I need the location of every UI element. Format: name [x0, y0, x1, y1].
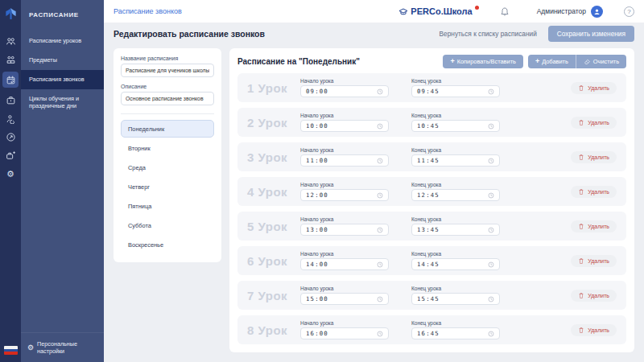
personal-settings-button[interactable]: ⚙ Персональные настройки: [21, 332, 104, 362]
day-item[interactable]: Понедельник: [121, 120, 214, 138]
add-clear-button-group: + Добавить Очистить: [528, 55, 626, 68]
back-to-list-link[interactable]: Вернуться к списку расписаний: [440, 30, 537, 38]
schedule-calendar-icon[interactable]: [2, 72, 19, 88]
user-name: Администратор: [537, 7, 586, 15]
delete-label: Удалить: [588, 85, 609, 91]
trash-icon: [578, 327, 584, 334]
end-time-input[interactable]: 11:45: [411, 154, 500, 167]
delete-lesson-button[interactable]: Удалить: [571, 255, 617, 267]
end-time-input[interactable]: 10:45: [411, 120, 500, 132]
schedule-form-panel: Название расписания Описание Понедельник…: [114, 48, 221, 262]
save-button[interactable]: Сохранить изменения: [548, 26, 634, 42]
delete-label: Удалить: [588, 154, 609, 160]
sidebar-item[interactable]: Расписание уроков: [21, 31, 104, 51]
badge-icon[interactable]: [2, 93, 19, 106]
end-time-input[interactable]: 15:45: [411, 293, 500, 305]
start-time-label: Начало урока: [300, 216, 389, 222]
day-schedule-panel: Расписание на "Понедельник" + Копировать…: [229, 48, 634, 352]
user-clock-icon[interactable]: [2, 112, 19, 125]
sidebar-items: Расписание уроковПредметыРасписания звон…: [21, 31, 104, 116]
lesson-rows: 1 Урок Начало урока 09:00 Конец урока 09…: [237, 73, 626, 344]
end-time-label: Конец урока: [411, 251, 500, 257]
day-item[interactable]: Четверг: [121, 178, 214, 195]
action-bar: Редактировать расписание звонков Вернуть…: [104, 23, 644, 44]
clock-icon: [488, 158, 494, 164]
lesson-number: 1 Урок: [247, 81, 300, 95]
day-item[interactable]: Пятница: [121, 197, 214, 215]
copy-paste-button[interactable]: + Копировать/Вставить: [443, 55, 522, 68]
lesson-number: 6 Урок: [247, 254, 300, 268]
bell-icon[interactable]: [500, 6, 510, 17]
trash-icon: [578, 188, 584, 195]
delete-lesson-button[interactable]: Удалить: [571, 290, 617, 302]
day-item[interactable]: Суббота: [121, 216, 214, 234]
start-time-input[interactable]: 16:00: [300, 327, 389, 339]
badge-plus-icon[interactable]: [2, 149, 19, 162]
clock-icon: [488, 331, 494, 337]
start-time-label: Начало урока: [300, 320, 389, 326]
delete-label: Удалить: [588, 224, 609, 229]
breadcrumb[interactable]: Расписание звонков: [114, 7, 182, 15]
start-time-input[interactable]: 15:00: [300, 293, 389, 305]
end-time-value: 10:45: [417, 122, 440, 130]
lesson-number: 8 Урок: [247, 323, 300, 337]
lesson-row: 8 Урок Начало урока 16:00 Конец урока 16…: [237, 315, 626, 344]
end-time-input[interactable]: 16:45: [411, 327, 500, 339]
share-arrow-icon[interactable]: [2, 130, 19, 143]
start-time-value: 10:00: [306, 122, 328, 130]
lesson-row: 4 Урок Начало урока 12:00 Конец урока 12…: [237, 177, 626, 206]
end-time-input[interactable]: 13:45: [411, 224, 500, 236]
delete-lesson-button[interactable]: Удалить: [571, 117, 617, 129]
gear-icon[interactable]: ⚙: [2, 167, 19, 180]
sidebar-title: РАСПИСАНИЕ: [21, 0, 104, 31]
start-time-input[interactable]: 12:00: [300, 189, 389, 201]
trash-icon: [578, 119, 584, 126]
sidebar-item[interactable]: Циклы обучения и праздничные дни: [21, 89, 104, 117]
trash-icon: [578, 257, 584, 265]
trash-icon: [578, 84, 584, 92]
clock-icon: [488, 296, 494, 302]
plus-icon: +: [535, 58, 539, 65]
delete-lesson-button[interactable]: Удалить: [571, 220, 617, 232]
start-time-input[interactable]: 11:00: [300, 154, 389, 167]
start-time-input[interactable]: 10:00: [300, 120, 389, 132]
delete-lesson-button[interactable]: Удалить: [571, 324, 617, 336]
add-button[interactable]: + Добавить: [528, 55, 576, 68]
start-time-value: 13:00: [306, 226, 328, 233]
delete-lesson-button[interactable]: Удалить: [571, 151, 617, 163]
clear-button[interactable]: Очистить: [576, 55, 626, 68]
delete-label: Удалить: [588, 327, 609, 333]
delete-label: Удалить: [588, 293, 609, 298]
day-item[interactable]: Воскресенье: [121, 236, 214, 253]
user-group-icon[interactable]: [2, 53, 19, 66]
end-time-label: Конец урока: [411, 286, 500, 291]
sidebar-item[interactable]: Предметы: [21, 51, 104, 70]
delete-lesson-button[interactable]: Удалить: [571, 186, 617, 198]
day-schedule-heading: Расписание на "Понедельник": [237, 57, 360, 66]
clock-icon: [488, 192, 494, 199]
russia-flag-icon[interactable]: [4, 346, 18, 355]
end-time-input[interactable]: 12:45: [411, 189, 500, 201]
start-time-input[interactable]: 14:00: [300, 258, 389, 270]
day-item[interactable]: Среда: [121, 158, 214, 176]
sidebar-item[interactable]: Расписания звонков: [21, 70, 104, 89]
start-time-input[interactable]: 09:00: [300, 85, 389, 97]
users-icon[interactable]: [2, 35, 19, 47]
help-button[interactable]: ?: [624, 6, 634, 17]
person-icon: [593, 8, 601, 15]
start-time-value: 16:00: [306, 330, 328, 337]
clock-icon: [377, 261, 383, 268]
end-time-label: Конец урока: [411, 182, 500, 187]
delete-lesson-button[interactable]: Удалить: [571, 82, 617, 94]
delete-label: Удалить: [588, 258, 609, 264]
start-time-label: Начало урока: [300, 113, 389, 118]
schedule-name-input[interactable]: [121, 64, 214, 77]
description-input[interactable]: [121, 92, 214, 105]
brand-label: PERCo.Школа: [411, 6, 472, 16]
user-menu[interactable]: Администратор: [537, 6, 603, 18]
start-time-input[interactable]: 13:00: [300, 224, 389, 236]
day-item[interactable]: Вторник: [121, 139, 214, 157]
start-time-label: Начало урока: [300, 78, 389, 84]
end-time-input[interactable]: 09:45: [411, 85, 500, 97]
end-time-input[interactable]: 14:45: [411, 258, 500, 270]
